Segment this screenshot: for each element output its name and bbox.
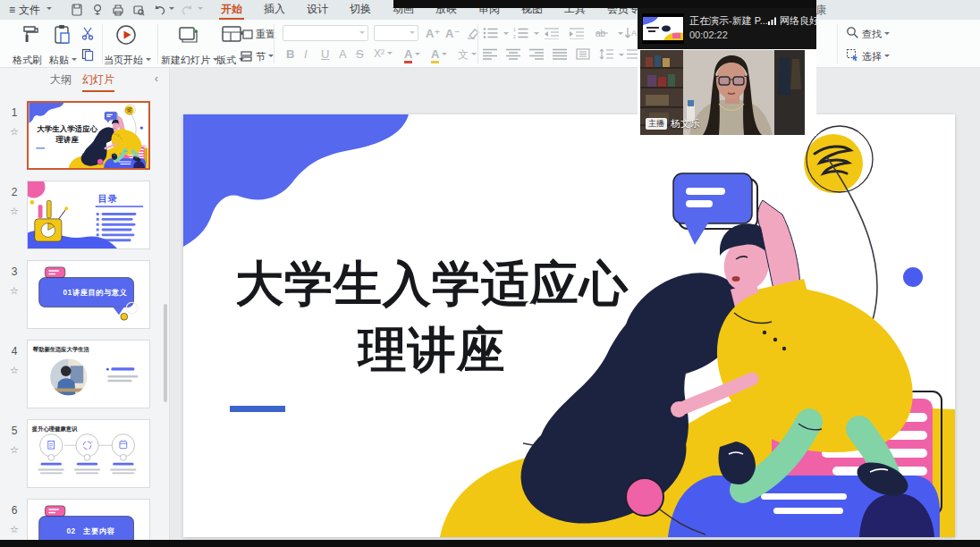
content-slide-title: 提升心理健康意识 (31, 425, 78, 433)
slide-number: 6 (5, 504, 23, 517)
slide-number: 5 (5, 425, 23, 437)
slide-thumbnail-5[interactable]: 提升心理健康意识 (27, 419, 150, 488)
star-icon[interactable]: ☆ (5, 444, 23, 456)
undo-button[interactable] (152, 2, 174, 18)
select-button[interactable]: 选择 (862, 50, 890, 63)
slide-number: 3 (5, 265, 23, 278)
star-icon[interactable]: ☆ (5, 206, 23, 217)
section-icon[interactable] (240, 49, 253, 63)
toc-title: 目录 (98, 193, 118, 204)
sort-text-icon[interactable]: A (624, 27, 638, 39)
section-button[interactable]: 节 (256, 50, 274, 63)
slide-thumbnail-3[interactable]: 01 讲座目的与意义 (27, 260, 150, 329)
font-name-select[interactable] (283, 25, 368, 41)
webcam-video: 主播 杨文乐 (640, 50, 805, 135)
slide-number: 4 (5, 345, 23, 358)
play-icon[interactable] (114, 23, 138, 46)
star-icon[interactable]: ☆ (5, 126, 23, 138)
svg-text:1: 1 (513, 27, 516, 32)
distribute-icon[interactable] (576, 48, 590, 60)
quick-access-toolbar (70, 2, 203, 18)
print-button[interactable] (111, 2, 125, 18)
find-button[interactable]: 查找 (862, 28, 890, 41)
panel-scrollbar[interactable] (164, 304, 167, 402)
star-icon[interactable]: ☆ (5, 524, 23, 535)
host-label: 主播 杨文乐 (646, 117, 700, 130)
tab-insert[interactable]: 插入 (262, 0, 287, 20)
underline-button[interactable]: U (321, 47, 329, 61)
svg-text:A: A (631, 29, 637, 38)
presenting-duration: 00:02:22 (689, 29, 728, 40)
webcam-overlay[interactable]: 正在演示-新建 P... 00:02:22 网络良好 (638, 8, 816, 136)
start-show-button[interactable]: 当页开始 (104, 54, 151, 67)
numbered-list-icon[interactable]: 12 (513, 27, 529, 39)
align-right-icon[interactable] (529, 48, 544, 60)
slide-thumbnail-2[interactable]: 目录 (27, 181, 150, 249)
slide-gutter: 6 ☆ (5, 504, 23, 535)
font-color-button[interactable]: A (404, 47, 420, 61)
align-center-icon[interactable] (506, 48, 520, 60)
line-spacing-icon[interactable] (599, 48, 613, 60)
tab-outline[interactable]: 大纲 (50, 72, 72, 88)
increase-indent-icon[interactable] (569, 27, 585, 39)
bold-button[interactable]: B (286, 47, 294, 61)
find-icon[interactable] (846, 26, 859, 39)
presentation-mini-thumbnail (642, 13, 684, 44)
slide-gutter: 4 ☆ (5, 345, 23, 376)
char-tool-button[interactable]: A (339, 47, 347, 61)
redo-button[interactable] (181, 2, 203, 18)
star-icon[interactable]: ☆ (5, 285, 23, 297)
slide-gutter: 2 ☆ (5, 186, 23, 217)
increase-font-button[interactable]: A⁺ (426, 27, 440, 40)
reset-icon[interactable] (240, 27, 253, 40)
cut-icon[interactable] (80, 26, 95, 40)
format-painter-button[interactable]: 格式刷 (13, 54, 42, 67)
file-menu[interactable]: ≡ 文件 (0, 0, 61, 20)
align-left-icon[interactable] (483, 48, 497, 60)
new-slide-icon[interactable] (177, 23, 200, 46)
select-icon[interactable] (846, 48, 859, 62)
tab-transition[interactable]: 切换 (348, 0, 373, 20)
italic-button[interactable]: I (304, 47, 308, 61)
slide-gutter: 1 ☆ (5, 106, 23, 138)
format-painter-icon[interactable] (18, 23, 41, 46)
main-slide[interactable]: 大学生入学适应心 理讲座 (183, 114, 955, 537)
collapse-panel-button[interactable]: ‹ (155, 72, 158, 85)
content-slide-title: 帮助新生适应大学生活 (32, 346, 90, 353)
star-icon[interactable]: ☆ (5, 365, 23, 376)
signal-icon (768, 17, 777, 25)
pinyin-button[interactable]: 文 (458, 47, 477, 63)
tab-home[interactable]: 开始 (219, 0, 244, 20)
new-slide-button[interactable]: 新建幻灯片 (161, 54, 218, 67)
ribbon: 格式刷 粘贴 当页开始 新建幻灯片 版式 重置 节 A⁺ A⁻ B I U A … (0, 20, 980, 68)
panel-header: 大纲 幻灯片 ‹ (0, 68, 169, 91)
paste-icon[interactable] (51, 23, 74, 46)
bullet-list-icon[interactable] (483, 27, 499, 39)
highlight-button[interactable]: A (431, 47, 447, 61)
reset-button[interactable]: 重置 (256, 28, 275, 41)
decrease-font-button[interactable]: A⁻ (445, 27, 460, 40)
paragraph-more-icon[interactable] (626, 48, 638, 60)
superscript-button[interactable]: X² (374, 47, 393, 60)
text-direction-icon[interactable]: ab (596, 27, 613, 39)
slide-number: 2 (5, 186, 23, 198)
svg-text:2: 2 (513, 34, 516, 39)
tab-slides[interactable]: 幻灯片 (82, 72, 114, 92)
slide-title-line1: 大学生入学适应心 (235, 257, 629, 310)
tab-design[interactable]: 设计 (305, 0, 330, 20)
align-justify-icon[interactable] (553, 48, 567, 60)
slide-thumbnail-4[interactable]: 帮助新生适应大学生活 (27, 340, 150, 408)
slide-accent-dash (230, 406, 285, 412)
font-size-select[interactable] (374, 25, 418, 41)
slide-thumbnail-1[interactable] (27, 101, 150, 170)
webcam-video-frame[interactable]: 主播 杨文乐 (638, 49, 816, 136)
save-button[interactable] (70, 2, 84, 18)
print-preview-button[interactable] (131, 2, 146, 18)
export-button[interactable] (90, 2, 105, 18)
paste-button[interactable]: 粘贴 (49, 54, 77, 67)
strikethrough-button[interactable]: S (356, 47, 364, 61)
decrease-indent-icon[interactable] (544, 27, 560, 39)
presenting-header[interactable]: 正在演示-新建 P... 00:02:22 网络良好 (638, 8, 816, 49)
copy-icon[interactable] (80, 47, 95, 62)
slide-thumbnail-art: 提升心理健康意识 (28, 420, 149, 487)
